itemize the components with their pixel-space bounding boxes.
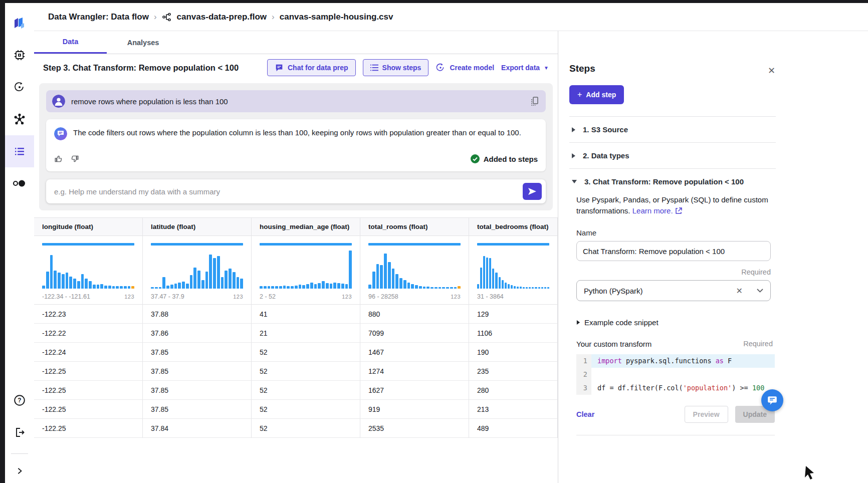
sidebar-item-datasets[interactable] xyxy=(5,167,34,199)
breadcrumb-data-wrangler[interactable]: Data Wrangler: Data flow xyxy=(48,12,149,22)
table-row[interactable]: -122.2337.8841880129 xyxy=(34,305,558,324)
window-left-edge xyxy=(0,0,5,483)
table-cell: 213 xyxy=(469,400,558,419)
svg-text:?: ? xyxy=(18,397,21,404)
breadcrumb: Data Wrangler: Data flow › canvas-data-p… xyxy=(34,3,868,31)
chevron-down-icon[interactable] xyxy=(757,289,763,293)
chat-for-data-prep-button[interactable]: Chat for data prep xyxy=(267,59,356,76)
sidebar-item-automations[interactable] xyxy=(5,103,34,135)
column-header[interactable]: total_bedrooms (float) xyxy=(469,218,558,236)
table-row[interactable]: -122.2437.85521467190 xyxy=(34,343,558,362)
table-row[interactable]: -122.2537.84522535489 xyxy=(34,419,558,438)
language-select[interactable]: Python (PySpark) ✕ xyxy=(576,280,771,301)
tab-data[interactable]: Data xyxy=(34,31,107,54)
table-cell: 52 xyxy=(252,381,360,400)
language-select-value: Python (PySpark) xyxy=(584,287,643,295)
thumbs-up-icon[interactable] xyxy=(54,154,63,163)
caret-right-icon xyxy=(576,320,580,325)
column-header[interactable]: latitude (float) xyxy=(143,218,252,236)
table-cell: 37.84 xyxy=(143,419,252,438)
table-cell: 37.88 xyxy=(143,305,252,324)
assistant-message-text: The code filters out rows where the popu… xyxy=(73,127,521,138)
table-row[interactable]: -122.2537.85521274235 xyxy=(34,362,558,381)
table-cell: -122.22 xyxy=(34,324,143,343)
canvas-logo-icon xyxy=(13,17,26,30)
numeric-type-badge: 123 xyxy=(233,294,243,300)
steps-list: 1. S3 Source 2. Data types 3. Chat Trans… xyxy=(569,116,776,438)
user-message-text: remove rows where population is less tha… xyxy=(71,97,228,106)
column-histogram: 31 - 3864 xyxy=(469,236,558,305)
show-steps-button[interactable]: Show steps xyxy=(363,59,429,76)
table-cell: -122.25 xyxy=(34,381,143,400)
table-cell: -122.23 xyxy=(34,305,143,324)
assistant-message: The code filters out rows where the popu… xyxy=(46,119,546,171)
create-model-icon xyxy=(436,63,446,73)
added-to-steps-status: Added to steps xyxy=(471,154,538,163)
sidebar-item-logout[interactable] xyxy=(5,416,34,448)
table-cell: 52 xyxy=(252,419,360,438)
learn-more-link[interactable]: Learn more. xyxy=(632,206,673,215)
copy-icon[interactable] xyxy=(530,96,540,107)
chat-fab-button[interactable] xyxy=(761,389,783,411)
sidebar-expand-button[interactable] xyxy=(5,459,34,483)
close-icon[interactable]: ✕ xyxy=(768,65,775,76)
sidebar-item-data-flows[interactable] xyxy=(5,135,34,167)
step-item-s3-source[interactable]: 1. S3 Source xyxy=(569,116,776,142)
create-model-button[interactable]: Create model xyxy=(436,63,494,73)
column-header[interactable]: housing_median_age (float) xyxy=(252,218,360,236)
table-cell: 37.85 xyxy=(143,343,252,362)
column-header[interactable]: total_rooms (float) xyxy=(360,218,469,236)
step-detail-body: Use Pyspark, Pandas, or Pyspark (SQL) to… xyxy=(576,194,776,438)
step-item-chat-transform[interactable]: 3. Chat Transform: Remove population < 1… xyxy=(569,168,776,194)
example-code-snippet-toggle[interactable]: Example code snippet xyxy=(576,318,776,327)
transform-name-input[interactable] xyxy=(576,241,771,261)
table-row[interactable]: -122.2537.85521627280 xyxy=(34,381,558,400)
column-histogram: 96 - 28258123 xyxy=(360,236,469,305)
table-cell: 37.85 xyxy=(143,381,252,400)
required-label: Required xyxy=(576,268,771,276)
table-cell: 880 xyxy=(360,305,469,324)
send-icon xyxy=(528,188,536,195)
table-cell: 52 xyxy=(252,343,360,362)
canvas-logo[interactable] xyxy=(5,7,34,39)
sidebar-item-models[interactable] xyxy=(5,71,34,103)
thumbs-down-icon[interactable] xyxy=(70,154,79,163)
tab-analyses[interactable]: Analyses xyxy=(107,31,179,54)
column-header[interactable]: longitude (float) xyxy=(34,218,143,236)
code-editor[interactable]: 1import pyspark.sql.functions as F23df =… xyxy=(576,354,775,395)
preview-button[interactable]: Preview xyxy=(685,406,728,423)
sidebar-item-compute[interactable] xyxy=(5,39,34,71)
chip-icon xyxy=(14,49,26,61)
caret-right-icon xyxy=(571,127,576,133)
data-table: longitude (float) latitude (float) housi… xyxy=(34,217,558,483)
left-sidebar: ? xyxy=(5,3,34,483)
clear-button[interactable]: Clear xyxy=(576,410,594,418)
table-row[interactable]: -122.2237.862170991106 xyxy=(34,324,558,343)
table-row[interactable]: -122.2537.8552919213 xyxy=(34,400,558,419)
step-header: Step 3. Chat Transform: Remove populatio… xyxy=(34,54,558,81)
export-data-button[interactable]: Export data ▼ xyxy=(501,64,549,72)
external-link-icon[interactable] xyxy=(675,207,682,214)
user-message: remove rows where population is less tha… xyxy=(46,90,546,112)
send-button[interactable] xyxy=(523,183,542,200)
transform-description: Use Pyspark, Pandas, or Pyspark (SQL) to… xyxy=(576,194,773,216)
clear-selection-icon[interactable]: ✕ xyxy=(736,286,743,296)
deploy-icon xyxy=(14,81,26,93)
sidebar-spacer xyxy=(5,199,34,384)
add-step-button[interactable]: + Add step xyxy=(569,85,624,104)
breadcrumb-separator: › xyxy=(154,12,157,22)
numeric-type-badge: 123 xyxy=(451,294,461,300)
table-cell: 7099 xyxy=(360,324,469,343)
table-cell: 190 xyxy=(469,343,558,362)
step-item-data-types[interactable]: 2. Data types xyxy=(569,142,776,168)
breadcrumb-flow-file[interactable]: canvas-data-prep.flow xyxy=(177,12,267,22)
caret-down-icon xyxy=(571,179,577,184)
chat-bubble-icon xyxy=(767,395,778,406)
table-cell: -122.25 xyxy=(34,419,143,438)
required-label: Required xyxy=(743,340,773,348)
numeric-type-badge: 123 xyxy=(124,294,134,300)
assistant-avatar xyxy=(54,127,67,140)
sidebar-item-help[interactable]: ? xyxy=(5,384,34,416)
chat-input[interactable] xyxy=(54,187,523,196)
chevron-right-icon xyxy=(16,467,23,475)
